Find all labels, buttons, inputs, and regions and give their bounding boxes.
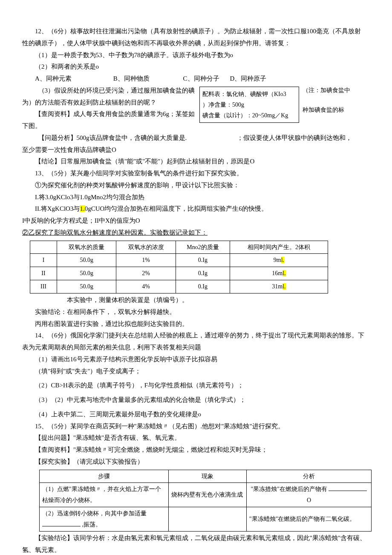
cell-val: 31m: [272, 283, 282, 290]
text: ,振荡。: [82, 521, 102, 528]
cell-val: 9m: [274, 257, 281, 263]
q12-optA: A、同种元素: [35, 73, 112, 85]
q12-options: A、同种元素 B、同种物质 C、同种分子D、同种原子: [22, 73, 366, 85]
q13-th4: 相同时间内产生。2体积: [230, 241, 328, 254]
q15-r2-phen: [169, 507, 247, 532]
q13-p2: ②乙探究了影响双氧水分解速度的某种因素。实验数据记录如下：: [22, 227, 366, 239]
q14-p4: （4）上表中第二、三周期元素最外层电子数的变化规律是o: [22, 409, 366, 421]
cell: 1%: [116, 254, 176, 267]
cell-val: 16m: [272, 270, 282, 276]
cell: 0.Ig: [176, 254, 230, 267]
q13-th3: Mno2的质量: [176, 241, 230, 254]
q12-box-l2: ）净含量：500g: [202, 99, 296, 110]
cell: 50.0g: [57, 254, 116, 267]
q15-r1-phen: 烧杯内壁有无色小液滴生成: [169, 483, 247, 507]
q15-r2-ana: "果冻蜡烛"在燃烧后的产物有二氧化碳。: [247, 507, 372, 532]
table-header-row: 双氧水的质量 双氧水的浓度 Mno2的质量 相同时间内产生。2体积: [30, 241, 328, 254]
q13-ii-hl: 1.: [80, 205, 84, 212]
q12-conclusion: 【结论】日常服用加碘食盐（填"能"或"不能"）起到防止核辐射目的，原因是O: [22, 156, 366, 168]
cell: 16ml.: [230, 267, 328, 280]
q13-p1: ①为探究催化剂的种类对氯酸钾分解速度的影响，甲设计以下比照实验：: [22, 180, 366, 192]
q12-analysis2: 至少需要一次性食用该品牌碘盐O: [22, 144, 366, 156]
q15-ask: 【提出问题】"果冻蜡烛"是否含有碳、氢、氧元素。: [22, 432, 366, 444]
text: （2）迅速倒转小烧杯，向其中参加适量: [42, 510, 147, 517]
q12-header: 12、（6分）核事故时往往泄漏出污染物（具有放射性的碘原子）。为防止核辐射，需一…: [22, 26, 366, 49]
q13-header: 13、（5分）某兴趣小组同学对实验室制备氧气的条件进行如下探究实验。: [22, 168, 366, 180]
q13-ii-a: II.将XgKClO3与: [35, 205, 80, 212]
q12-box-l1: 配料表：氯化钠、碘酸钾（KIo3: [202, 89, 296, 99]
q14-p3: （3）（2）中元素与地壳中含量最多的元素组成的化合物是（填化学式）；: [22, 394, 366, 406]
q13-i: I.将3.0gKClo3与1.0gMno2均匀混合加热: [22, 192, 366, 203]
q12-note1: （注：加碘食盐中: [303, 85, 366, 96]
q15-th2: 现象: [169, 470, 247, 483]
blank-line: [42, 520, 81, 526]
q13-th2: 双氧水的浓度: [116, 241, 176, 254]
q12-note2: 种加碘食盐的标: [303, 105, 366, 115]
q12-salt-label-box: 配料表：氯化钠、碘酸钾（KIo3 ）净含量：500g 碘含量（以I计）：20~5…: [199, 87, 299, 123]
q14-p2: （2）CB>H表示的是（填离子符号），F与化学性质相似（填元素符号）；: [22, 380, 366, 392]
q13-ii: II.将XgKClO3与1.0gCUO均匀混合加热在相同温度下，比拟两组实验产生…: [22, 203, 366, 215]
table-row: II 50.0g 2% 0.Ig 16ml.: [30, 267, 328, 280]
q13-bing: 丙用右图装置进行实验，通过比拟也能到达实验目的。: [22, 318, 366, 330]
q13-table: 双氧水的质量 双氧水的浓度 Mno2的质量 相同时间内产生。2体积 I 50.0…: [30, 241, 328, 294]
q12-optB: B、同种物质: [113, 73, 182, 85]
q15-r1-ana: "果冻措烛"在燃烧后的产物有 O: [247, 483, 372, 507]
q15-header: 15、（5分）某同学在商店买到一种"果冻蜡烛〃（见右图）.他想对"果冻蜡烛"进行…: [22, 421, 366, 433]
q15-lookup: 【查阅资料】"果冻蜡烛〃可完全燃烧，燃烧时无烟尘，燃烧过程和熄灭时无异味；: [22, 444, 366, 456]
cell: 4%: [116, 280, 176, 293]
q12-analysis-row: 【问题分析】500g该品牌食盐中，含碘的最大质量是. ；假设要使人体甲状腺中的碘…: [22, 132, 366, 144]
q13-ii-b: 0gCUO均匀混合加热在相同温度下，比拟两组实验产生6的快慢。: [85, 205, 268, 212]
cell: 50.0g: [57, 280, 116, 293]
text: "果冻措烛"在燃烧后的产物有: [251, 486, 327, 492]
q12-analysis: 【问题分析】500g该品牌食盐中，含碘的最大质量是.: [38, 134, 187, 141]
q13-conc: 实验结论：在相同条件下，，双氧水分解得越快。: [22, 306, 366, 318]
q12-optD: D、同种原子: [230, 73, 267, 85]
text: O: [307, 497, 311, 503]
q14-header: 14、（6分）俄国化学家门捷列夫在总结前人经验的根底上，通过艰辛的努力，终于提出…: [22, 330, 366, 354]
q15-exp-head: 【探究实验】（请完成以下实验报告）: [22, 456, 366, 468]
table-row: （2）迅速倒转小烧杯，向其中参加适量 ,振荡。 "果冻蜡烛"在燃烧后的产物有二氧…: [40, 507, 372, 532]
cell: 0.Ig: [176, 267, 230, 280]
cell: 50.0g: [57, 267, 116, 280]
cell: 9ml.: [230, 254, 328, 267]
table-header-row: 步骤 现象 分析: [40, 470, 372, 483]
cell: 0.Ig: [176, 280, 230, 293]
q13-th1: 双氧水的质量: [57, 241, 116, 254]
q12-analysis-tail: ；假设要使人体甲状腺中的碘到达饱和，: [237, 134, 352, 141]
q15-table: 步骤 现象 分析 （1）点燃"果冻蜡烛〃，并在火焰上方罩一个枯燥而冷的小烧杯。 …: [39, 470, 372, 532]
cell-hl: l.: [282, 270, 285, 276]
q12-p2: （2）和两者的关系是o: [22, 61, 366, 73]
q14-p1b: （填"得到"或"失去"）电子变成离子；: [22, 366, 366, 378]
cell: III: [30, 280, 57, 293]
q15-r2-step: （2）迅速倒转小烧杯，向其中参加适量 ,振荡。: [40, 507, 169, 532]
table-row: III 50.0g 4% 0.Ig 31ml.: [30, 280, 328, 293]
q15-th3: 分析: [247, 470, 372, 483]
q13-eq: I中反响的化学方程式是；II中X的值应为O: [22, 215, 366, 227]
q12-p1: （1）是一种质子数为53、中子数为78的碘原子。该原子核外电子数为o: [22, 49, 366, 61]
q15-th1: 步骤: [40, 470, 169, 483]
cell: II: [30, 267, 57, 280]
q12-note-right: （注：加碘食盐中 种加碘食盐的标: [303, 85, 366, 115]
q12-box-l3: 碘含量（以I计）：20~50mg／Kg: [202, 110, 296, 121]
q15-r1-step: （1）点燃"果冻蜡烛〃，并在火焰上方罩一个枯燥而冷的小烧杯。: [40, 483, 169, 507]
q12-optC: C、同种分子: [183, 73, 230, 85]
blank-line: [329, 485, 367, 491]
q13-caption: 本实验中，测量体积的装置是（填编号）。: [67, 294, 366, 306]
cell: I: [30, 254, 57, 267]
cell: 2%: [116, 267, 176, 280]
table-row: I 50.0g 1% 0.Ig 9ml.: [30, 254, 328, 267]
q15-conc: 【实验结论】该同学分析：水是由氢元素和氧元素组成，二氧化碳是由碳元素和氧元素组成…: [22, 532, 366, 555]
q14-p1: （1）请画出16号元素原子结构示意图化学反响中该原子比拟容易: [22, 354, 366, 366]
table-row: （1）点燃"果冻蜡烛〃，并在火焰上方罩一个枯燥而冷的小烧杯。 烧杯内壁有无色小液…: [40, 483, 372, 507]
cell-hl: l.: [282, 283, 285, 290]
cell: 31ml.: [230, 280, 328, 293]
cell-hl: l.: [281, 257, 284, 263]
